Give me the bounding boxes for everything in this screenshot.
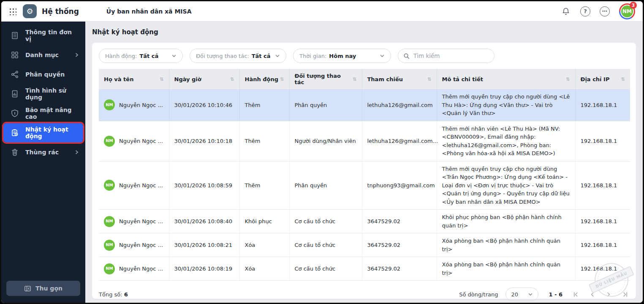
filter-label: Đối tượng thao tác: bbox=[196, 53, 249, 59]
first-page-icon[interactable] bbox=[573, 291, 579, 298]
user-name: Nguyễn Ngọc ... bbox=[119, 101, 163, 110]
cell-ip: 192.168.18.1 bbox=[575, 210, 630, 233]
cell-description: Khôi phục phòng ban <Bộ phận hành chính … bbox=[437, 210, 575, 233]
cell-datetime: 30/01/2026 10:08:19 bbox=[169, 257, 239, 281]
search-icon bbox=[403, 53, 410, 59]
avatar: NM bbox=[104, 216, 115, 227]
sort-icon[interactable]: ⇅ bbox=[280, 77, 284, 82]
page-size-dropdown[interactable]: 20 bbox=[505, 288, 538, 301]
user-avatar[interactable]: NM 3 bbox=[619, 3, 635, 19]
filter-value: Tất cả bbox=[252, 53, 271, 59]
table-row[interactable]: NMNguyễn Ngọc ... 30/01/2026 10:10:18 Th… bbox=[99, 121, 630, 161]
sidebar-item-usage[interactable]: Tình hình sử dụng bbox=[1, 84, 85, 104]
pagination bbox=[573, 291, 628, 298]
user-name: Nguyễn Ngọc ... bbox=[119, 181, 163, 190]
cell-ip: 192.168.18.1 bbox=[575, 257, 630, 281]
filter-bar: Hành động: Tất cả Đối tượng thao tác: Tấ… bbox=[99, 49, 629, 63]
cell-ip: 192.168.18.1 bbox=[575, 89, 630, 121]
column-header-description[interactable]: Mô tả chi tiết⇅ bbox=[437, 69, 575, 89]
object-filter-dropdown[interactable]: Đối tượng thao tác: Tất cả bbox=[190, 49, 286, 63]
table-row[interactable]: NMNguyễn Ngọc ... 30/01/2026 10:08:59 Th… bbox=[99, 161, 630, 210]
app-launcher-grid-icon[interactable] bbox=[9, 8, 16, 15]
last-page-icon[interactable] bbox=[622, 291, 628, 298]
cell-action: Thêm bbox=[239, 161, 289, 210]
total-value: 6 bbox=[124, 291, 128, 298]
avatar: NM bbox=[104, 240, 115, 251]
cell-reference: 3647529.02 bbox=[362, 210, 437, 233]
prev-page-icon[interactable] bbox=[589, 291, 595, 298]
column-header-name[interactable]: Họ và tên⇅ bbox=[99, 69, 169, 89]
table-row[interactable]: NMNguyễn Ngọc ... 30/01/2026 10:08:19 Xó… bbox=[99, 257, 630, 281]
search-box bbox=[398, 49, 495, 63]
column-header-ip[interactable]: Địa chỉ IP⇅ bbox=[575, 69, 630, 89]
cell-datetime: 30/01/2026 10:08:40 bbox=[169, 210, 239, 233]
cell-description: Thêm mới quyền truy cập cho người dùng <… bbox=[437, 161, 575, 210]
cell-reference: lethuha126@gmail.com... bbox=[362, 121, 437, 161]
sort-icon[interactable]: ⇅ bbox=[353, 77, 356, 82]
sort-icon[interactable]: ⇅ bbox=[566, 77, 570, 82]
chevron-down-icon bbox=[275, 53, 280, 58]
main-content: Nhật ký hoạt động Hành động: Tất cả Đối … bbox=[85, 22, 643, 303]
org-name[interactable]: Ủy ban nhân dân xã MISA bbox=[106, 8, 192, 15]
table-footer: Tổng số:6 Số dòng/trang 20 1 - 6 bbox=[99, 288, 629, 301]
cell-reference: tnphuong93@gmail.com bbox=[362, 161, 437, 210]
sort-icon[interactable]: ⇅ bbox=[230, 77, 234, 82]
user-name: Nguyễn Ngọc ... bbox=[119, 137, 163, 145]
filter-label: Hành động: bbox=[105, 53, 137, 59]
cell-object: Cơ cấu tổ chức bbox=[289, 233, 362, 257]
cell-datetime: 30/01/2026 10:08:59 bbox=[169, 161, 239, 210]
sidebar-item-label: Nhật ký hoạt động bbox=[25, 126, 77, 140]
table-row[interactable]: NMNguyễn Ngọc ... 30/01/2026 10:08:21 Xó… bbox=[99, 233, 630, 257]
column-header-action[interactable]: Hành động⇅ bbox=[239, 69, 289, 89]
sidebar-item-categories[interactable]: Danh mục bbox=[1, 45, 85, 65]
sidebar-item-label: Danh mục bbox=[25, 52, 59, 58]
table-row[interactable]: NMNguyễn Ngọc ... 30/01/2026 10:10:46 Th… bbox=[99, 89, 630, 121]
cell-action: Thêm bbox=[239, 121, 289, 161]
column-header-object[interactable]: Đối tượng thao tác⇅ bbox=[289, 69, 362, 89]
chevron-down-icon bbox=[380, 53, 385, 58]
more-icon[interactable]: ⋯ bbox=[600, 6, 610, 16]
cell-reference: 3647529.02 bbox=[362, 233, 437, 257]
collapse-sidebar-button[interactable]: Thu gọn bbox=[6, 281, 80, 296]
column-header-reference[interactable]: Tham chiếu⇅ bbox=[362, 69, 437, 89]
user-name: Nguyễn Ngọc ... bbox=[119, 217, 163, 226]
activity-log-table: Họ và tên⇅ Ngày giờ⇅ Hành động⇅ Đối tượn… bbox=[99, 69, 630, 281]
chevron-right-icon bbox=[74, 52, 79, 58]
collapse-panel-icon bbox=[24, 285, 31, 292]
total-label: Tổng số: bbox=[99, 291, 122, 298]
sort-icon[interactable]: ⇅ bbox=[621, 77, 625, 82]
filter-value: Hôm nay bbox=[329, 53, 356, 59]
sidebar-item-unit-info[interactable]: Thông tin đơn vị bbox=[1, 26, 85, 45]
search-input[interactable] bbox=[413, 52, 489, 59]
cell-action: Xóa bbox=[239, 257, 289, 281]
sidebar-item-trash[interactable]: Thùng rác bbox=[1, 142, 85, 162]
help-icon[interactable]: ? bbox=[580, 6, 590, 16]
categories-icon bbox=[11, 51, 19, 59]
sidebar-item-activity-log[interactable]: Nhật ký hoạt động bbox=[3, 123, 83, 142]
action-filter-dropdown[interactable]: Hành động: Tất cả bbox=[99, 49, 183, 63]
cell-reference: lethuha126@gmail.com bbox=[362, 89, 437, 121]
cell-action: Thêm bbox=[239, 89, 289, 121]
time-filter-dropdown[interactable]: Thời gian: Hôm nay bbox=[293, 49, 391, 63]
cell-reference: 3647529.02 bbox=[362, 257, 437, 281]
rows-per-page-label: Số dòng/trang bbox=[459, 291, 498, 298]
user-name: Nguyễn Ngọc ... bbox=[119, 265, 163, 273]
table-row[interactable]: NMNguyễn Ngọc ... 30/01/2026 10:08:40 Kh… bbox=[99, 210, 630, 233]
column-header-datetime[interactable]: Ngày giờ⇅ bbox=[169, 69, 239, 89]
bell-icon[interactable] bbox=[561, 6, 571, 16]
collapse-button-label: Thu gọn bbox=[35, 285, 62, 292]
sort-icon[interactable]: ⇅ bbox=[160, 77, 163, 82]
total-count: Tổng số:6 bbox=[99, 291, 128, 298]
notification-badge: 3 bbox=[630, 2, 637, 9]
sidebar-item-security[interactable]: Bảo mật nâng cao bbox=[1, 104, 85, 123]
cell-description: Thêm mới nhân viên <Lê Thu Hà> (Mã NV: <… bbox=[437, 121, 575, 161]
next-page-icon[interactable] bbox=[606, 291, 612, 298]
avatar: NM bbox=[104, 136, 115, 147]
filter-value: Tất cả bbox=[139, 53, 158, 59]
gear-icon[interactable]: ⚙ bbox=[23, 4, 37, 18]
sort-icon[interactable]: ⇅ bbox=[427, 77, 431, 82]
usage-report-icon bbox=[11, 90, 19, 98]
app-window: ⚙ Hệ thống Ủy ban nhân dân xã MISA ? ⋯ N… bbox=[0, 0, 644, 304]
avatar: NM bbox=[104, 99, 115, 110]
sidebar-item-permissions[interactable]: Phân quyền bbox=[1, 65, 85, 84]
